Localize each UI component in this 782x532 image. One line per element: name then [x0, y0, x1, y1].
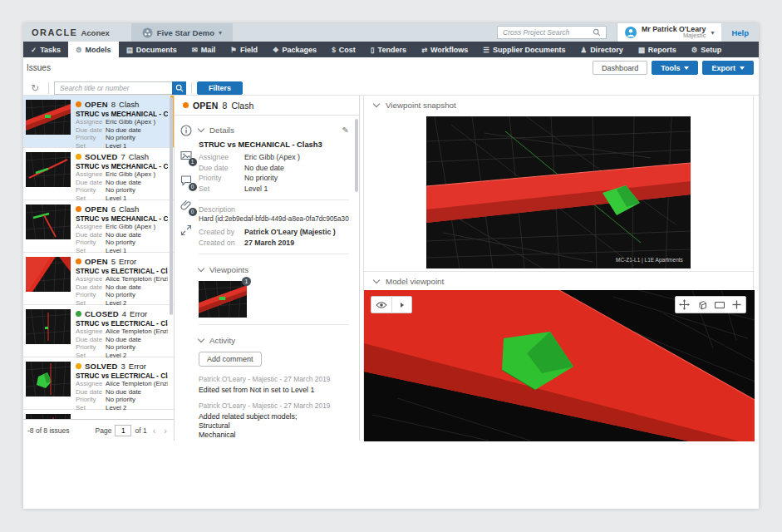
status-dot [76, 154, 81, 160]
refresh-icon[interactable]: ↻ [27, 82, 43, 94]
user-menu[interactable]: Mr Patrick O'Leary Majestic ▾ [617, 23, 721, 42]
issue-number: 3 [121, 362, 125, 371]
issue-card-4[interactable]: CLOSED4ErrorSTRUC vs ELECTRICAL - Clash3… [23, 305, 174, 357]
viewpoint-number-badge: 1 [242, 277, 251, 286]
add-comment-button[interactable]: Add comment [199, 352, 262, 367]
related-items-icon[interactable] [180, 224, 192, 236]
field-label: Priority [76, 186, 106, 195]
nav-tab-tenders[interactable]: ▯Tenders [363, 42, 414, 57]
scrollbar[interactable] [170, 97, 173, 315]
cross-project-search[interactable] [497, 26, 607, 39]
page-number-input[interactable] [115, 425, 131, 436]
issue-thumbnail [26, 257, 71, 292]
field-value: Alice Templeton (Enzic... [106, 328, 168, 336]
cross-project-search-input[interactable] [503, 28, 593, 37]
issue-thumbnail [26, 362, 71, 397]
issue-card-8[interactable]: OPEN8ClashSTRUC vs MECHANICAL - Clash3As… [23, 96, 174, 148]
attachments-icon[interactable]: 0 [180, 200, 192, 211]
tasks-icon: ✓ [31, 46, 37, 54]
edit-icon[interactable]: ✎ [342, 126, 349, 135]
issue-count: -8 of 8 issues [27, 426, 70, 435]
visibility-eye-icon[interactable] [371, 296, 391, 313]
issue-type: Error [130, 309, 147, 318]
status-dot [183, 102, 189, 108]
project-selector[interactable]: Five Star Demo ▾ [131, 23, 233, 42]
nav-tab-mail[interactable]: ✉Mail [184, 42, 224, 57]
issue-search-input[interactable] [54, 81, 172, 95]
field-value: No priority [106, 134, 135, 142]
issue-list-panel: OPEN8ClashSTRUC vs MECHANICAL - Clash3As… [23, 96, 175, 441]
field-label: Assignee [76, 223, 106, 231]
issue-card-3[interactable]: SOLVED3ErrorSTRUC vs ELECTRICAL - Clash2… [23, 357, 174, 410]
nav-tab-field[interactable]: ⚑Field [223, 42, 265, 57]
nav-tab-cost[interactable]: $Cost [324, 42, 363, 57]
orbit-cube-icon[interactable] [693, 296, 711, 313]
due-date-label: Due date [199, 163, 244, 174]
viewpoints-section-header[interactable]: Viewpoints [199, 259, 349, 279]
nav-tab-label: Directory [590, 46, 623, 54]
nav-tab-setup[interactable]: ⚙Setup [684, 42, 730, 57]
nav-tab-label: Supplier Documents [493, 46, 566, 54]
prev-page-icon[interactable]: ‹ [150, 426, 159, 436]
field-label: Assignee [76, 380, 106, 388]
next-page-icon[interactable]: › [161, 426, 170, 436]
issue-card-text: OPEN8ClashSTRUC vs MECHANICAL - Clash3As… [76, 100, 168, 147]
field-label: Assignee [76, 275, 106, 283]
issue-card-text: SOLVED7ClashSTRUC vs MECHANICAL - Clash2… [76, 152, 168, 200]
info-icon[interactable] [180, 125, 192, 136]
field-value: No due date [106, 179, 141, 187]
zoom-in-icon[interactable] [728, 296, 745, 313]
set-label: Set [199, 184, 244, 195]
snapshot-section-header[interactable]: Viewpoint snapshot [364, 96, 753, 114]
model-viewer[interactable] [364, 290, 753, 441]
filters-button[interactable]: Filters [197, 81, 243, 95]
activity-section-label: Activity [209, 336, 235, 345]
model-section-label: Model viewpoint [386, 277, 444, 286]
search-icon[interactable] [593, 28, 601, 37]
nav-tab-tasks[interactable]: ✓Tasks [23, 42, 68, 57]
nav-tab-reports[interactable]: ▦Reports [631, 42, 684, 57]
export-button[interactable]: Export [702, 61, 754, 75]
tools-button[interactable]: Tools [652, 61, 698, 75]
nav-tab-packages[interactable]: ❖Packages [265, 42, 324, 57]
collapse-icon [373, 276, 380, 283]
nav-tab-workflows[interactable]: ⇄Workflows [414, 42, 475, 57]
created-on-label: Created on [199, 238, 244, 249]
description-label: Description [199, 205, 349, 214]
viewpoint-thumbnail[interactable]: 1 [199, 281, 247, 318]
activity-section-header[interactable]: Activity [199, 330, 349, 350]
project-name: Five Star Demo [157, 28, 214, 37]
search-button[interactable] [172, 81, 186, 95]
divider [48, 82, 49, 94]
details-section-header[interactable]: Details ✎ [199, 120, 349, 140]
field-label: Assignee [76, 328, 106, 336]
pan-icon[interactable] [676, 296, 693, 313]
scrollbar[interactable] [355, 119, 358, 192]
field-label: Priority [76, 343, 106, 352]
priority-value: No priority [244, 173, 278, 184]
issue-thumbnail [26, 100, 71, 135]
issue-thumbnail [26, 414, 71, 419]
divider [199, 254, 349, 254]
issue-number: 8 [111, 100, 116, 109]
nav-tab-directory[interactable]: ♟Directory [573, 42, 631, 57]
issue-status: SOLVED [85, 362, 118, 371]
issue-card-7[interactable]: SOLVED7ClashSTRUC vs MECHANICAL - Clash2… [23, 148, 174, 200]
field-value: No due date [106, 231, 141, 239]
nav-tab-models[interactable]: ⚙Models [68, 42, 119, 57]
help-link[interactable]: Help [721, 28, 759, 37]
model-section-header[interactable]: Model viewpoint [364, 272, 753, 290]
comments-icon[interactable]: 0 [180, 175, 192, 186]
nav-tab-supplier-documents[interactable]: ☰Supplier Documents [475, 42, 573, 57]
issue-card-5[interactable]: OPEN5ErrorSTRUC vs ELECTRICAL - Clash4As… [23, 253, 174, 305]
field-label: Assignee [76, 170, 106, 179]
issue-card-6[interactable]: OPEN6ClashSTRUC vs MECHANICAL - Clash1As… [23, 200, 174, 253]
nav-tab-documents[interactable]: ▤Documents [119, 42, 184, 57]
viewpoint-panel: Viewpoint snapshot [363, 96, 754, 441]
viewpoints-icon[interactable]: 1 [180, 150, 192, 161]
expand-toolbar-icon[interactable] [391, 296, 411, 313]
dashboard-button[interactable]: Dashboard [593, 61, 647, 75]
nav-tab-label: Packages [283, 46, 317, 54]
zoom-out-icon[interactable] [711, 296, 728, 313]
issue-card[interactable] [23, 410, 174, 419]
